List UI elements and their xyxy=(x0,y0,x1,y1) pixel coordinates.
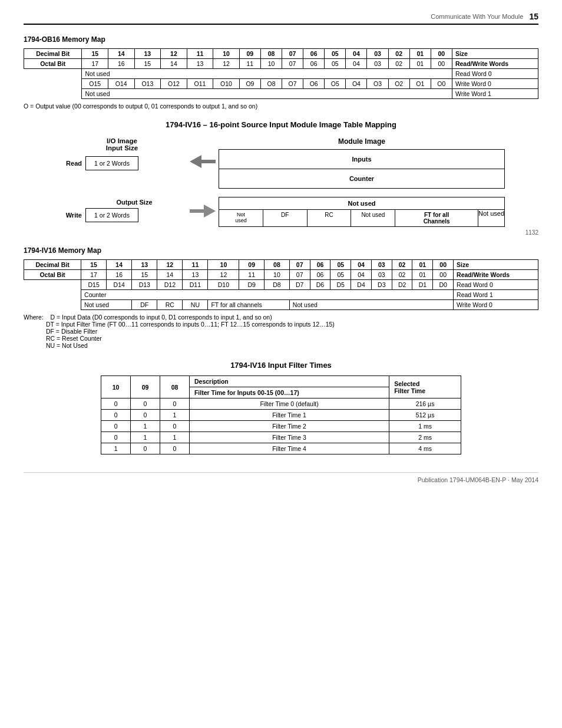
bit08-3: 1 xyxy=(160,432,190,443)
bit08-2: 0 xyxy=(160,421,190,432)
col-09: 09 xyxy=(131,376,160,398)
ob16-where: O = Output value (00 corresponds to outp… xyxy=(24,103,538,110)
sel-2: 1 ms xyxy=(389,421,461,432)
where-line-1: Where: xyxy=(24,314,49,321)
svg-marker-0 xyxy=(190,155,201,168)
desc-1: Filter Time 1 xyxy=(189,410,389,421)
iv16-where: Where: D = Input Data (D0 corresponds to… xyxy=(24,314,538,349)
write-arrow xyxy=(190,205,216,219)
arrows-panel xyxy=(187,137,219,227)
module-bottom-cells: Notused DF RC Not used FT for allChannel… xyxy=(219,210,505,227)
filter-row-4: 1 0 0 Filter Time 4 4 ms xyxy=(101,443,461,454)
svg-marker-3 xyxy=(204,205,216,218)
svg-rect-1 xyxy=(201,160,216,163)
page-footer: Publication 1794-UM064B-EN-P · May 2014 xyxy=(24,472,538,483)
col-10: 10 xyxy=(101,376,131,398)
filter-row-3: 0 1 1 Filter Time 3 2 ms xyxy=(101,432,461,443)
iv16-diagram-title: 1794-IV16 – 16-point Source Input Module… xyxy=(24,120,538,129)
desc-3: Filter Time 3 xyxy=(189,432,389,443)
io-image-sublabel: Input Size xyxy=(57,144,187,151)
col-desc-sub: Filter Time for Inputs 00-15 (00…17) xyxy=(189,387,389,398)
col-desc-header: Description xyxy=(189,376,389,387)
words-read-box: 1 or 2 Words xyxy=(85,156,138,170)
iv16-memory-table: Decimal Bit 1514131211100908 07060504030… xyxy=(24,259,538,310)
read-arrow xyxy=(190,155,216,169)
iv16-diagram: I/O Image Input Size Read 1 or 2 Words O… xyxy=(57,137,505,227)
sel-3: 2 ms xyxy=(389,432,461,443)
sel-0: 216 µs xyxy=(389,398,461,410)
cell-rc: RC xyxy=(308,210,352,226)
where-content: D = Input Data (D0 corresponds to input … xyxy=(24,314,335,349)
iv16-memory-title: 1794-IV16 Memory Map xyxy=(24,246,538,255)
module-not-used-header: Not used xyxy=(219,197,505,210)
cell-ft: FT for allChannels xyxy=(395,210,478,226)
bit08-4: 0 xyxy=(160,443,190,454)
filter-row-2: 0 1 0 Filter Time 2 1 ms xyxy=(101,421,461,432)
bit08-1: 1 xyxy=(160,410,190,421)
left-panel: I/O Image Input Size Read 1 or 2 Words O… xyxy=(57,137,187,227)
module-image-label: Module Image xyxy=(219,137,505,146)
bit10-1: 0 xyxy=(101,410,131,421)
read-row: Read 1 or 2 Words xyxy=(57,156,187,170)
io-image-label: I/O Image xyxy=(57,137,187,144)
bit09-4: 0 xyxy=(131,443,160,454)
cell-not-used-2: Not used xyxy=(351,210,395,226)
bit08-0: 0 xyxy=(160,398,190,410)
write-label: Write xyxy=(57,212,82,219)
col-sel-header: SelectedFilter Time xyxy=(389,376,461,398)
sel-1: 512 µs xyxy=(389,410,461,421)
read-label: Read xyxy=(57,160,82,167)
bit09-1: 0 xyxy=(131,410,160,421)
bit10-0: 0 xyxy=(101,398,131,410)
desc-2: Filter Time 2 xyxy=(189,421,389,432)
bit10-4: 1 xyxy=(101,443,131,454)
cell-not-used-1: Notused xyxy=(219,210,263,226)
desc-4: Filter Time 4 xyxy=(189,443,389,454)
footer-text: Publication 1794-UM064B-EN-P · May 2014 xyxy=(418,476,538,483)
filter-title: 1794-IV16 Input Filter Times xyxy=(24,361,538,370)
cell-df: DF xyxy=(263,210,308,226)
ob16-title: 1794-OB16 Memory Map xyxy=(24,35,538,44)
filter-row-1: 0 0 1 Filter Time 1 512 µs xyxy=(101,410,461,421)
filter-row-0: 0 0 0 Filter Time 0 (default) 216 µs xyxy=(101,398,461,410)
iv16-diagram-section: 1794-IV16 – 16-point Source Input Module… xyxy=(24,120,538,236)
ob16-table: Decimal Bit 1514131211100908 07060504030… xyxy=(24,48,538,99)
bit09-0: 0 xyxy=(131,398,160,410)
bit09-3: 1 xyxy=(131,432,160,443)
module-counter-box: Counter xyxy=(219,169,505,189)
filter-times-table: 10 09 08 Description SelectedFilter Time… xyxy=(101,375,461,454)
col-08: 08 xyxy=(160,376,190,398)
read-arrow-icon xyxy=(190,155,216,168)
cell-not-used-3: Not used xyxy=(478,210,504,226)
page-header: Communicate With Your Module 15 xyxy=(24,12,538,25)
module-inputs-box: Inputs xyxy=(219,149,505,169)
write-arrow-icon xyxy=(190,205,216,218)
bit10-3: 0 xyxy=(101,432,131,443)
svg-rect-2 xyxy=(190,209,204,213)
right-panel: Module Image Inputs Counter Not used Not… xyxy=(219,137,505,227)
filter-section: 1794-IV16 Input Filter Times 10 09 08 De… xyxy=(24,361,538,454)
io-header: I/O Image Input Size xyxy=(57,137,187,151)
words-write-box: 1 or 2 Words xyxy=(85,208,138,222)
desc-0: Filter Time 0 (default) xyxy=(189,398,389,410)
output-size-label: Output Size xyxy=(57,199,187,206)
header-text: Communicate With Your Module xyxy=(431,13,523,20)
fig-number: 1132 xyxy=(24,229,538,236)
bit10-2: 0 xyxy=(101,421,131,432)
write-row: Write 1 or 2 Words xyxy=(57,208,187,222)
page-number: 15 xyxy=(529,12,538,21)
sel-4: 4 ms xyxy=(389,443,461,454)
bit09-2: 1 xyxy=(131,421,160,432)
